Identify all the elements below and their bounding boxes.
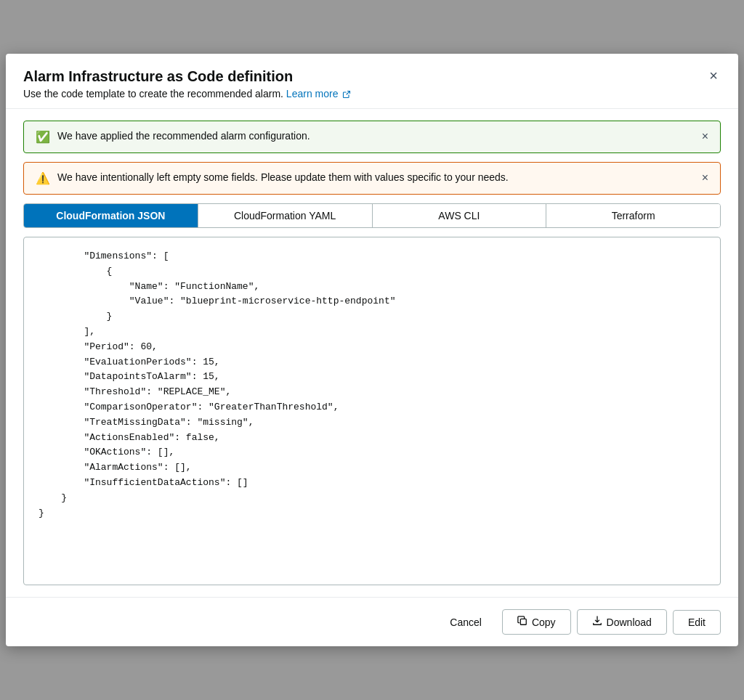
modal-footer: Cancel Copy Download Edit [6, 597, 738, 646]
warning-icon: ⚠️ [36, 171, 50, 185]
success-alert-text: We have applied the recommended alarm co… [57, 130, 310, 142]
tab-cloudformation-yaml[interactable]: CloudFormation YAML [198, 204, 373, 227]
warning-alert: ⚠️ We have intentionally left empty some… [23, 162, 721, 195]
cancel-button[interactable]: Cancel [435, 611, 496, 634]
warning-alert-text: We have intentionally left empty some fi… [57, 171, 509, 183]
download-icon [592, 616, 602, 628]
success-alert-content: ✅ We have applied the recommended alarm … [36, 130, 310, 144]
copy-label: Copy [532, 616, 556, 628]
modal-title: Alarm Infrastructure as Code definition [23, 68, 351, 85]
download-label: Download [607, 616, 652, 628]
modal-close-button[interactable]: × [706, 68, 721, 83]
external-link-icon [342, 90, 351, 99]
success-icon: ✅ [36, 130, 50, 144]
modal-header-content: Alarm Infrastructure as Code definition … [23, 68, 351, 99]
edit-button[interactable]: Edit [673, 610, 721, 635]
learn-more-link[interactable]: Learn more [286, 88, 351, 99]
tab-terraform[interactable]: Terraform [546, 204, 720, 227]
success-alert-close-button[interactable]: × [702, 130, 708, 143]
svg-rect-0 [520, 619, 526, 624]
copy-icon [517, 616, 527, 628]
success-alert: ✅ We have applied the recommended alarm … [23, 121, 721, 153]
copy-button[interactable]: Copy [502, 609, 571, 635]
tab-cloudformation-json[interactable]: CloudFormation JSON [24, 204, 198, 227]
format-tabs: CloudFormation JSON CloudFormation YAML … [23, 203, 721, 228]
warning-alert-close-button[interactable]: × [702, 171, 708, 184]
modal-subtitle: Use the code template to create the reco… [23, 88, 351, 99]
modal-subtitle-text: Use the code template to create the reco… [23, 88, 283, 99]
alarm-iac-modal: Alarm Infrastructure as Code definition … [6, 54, 738, 646]
code-block: "Dimensions": [ { "Name": "FunctionName"… [24, 237, 720, 532]
modal-header: Alarm Infrastructure as Code definition … [6, 54, 738, 109]
download-button[interactable]: Download [577, 609, 667, 635]
code-container: "Dimensions": [ { "Name": "FunctionName"… [23, 237, 721, 585]
warning-alert-content: ⚠️ We have intentionally left empty some… [36, 171, 509, 185]
tab-aws-cli[interactable]: AWS CLI [373, 204, 547, 227]
modal-body: ✅ We have applied the recommended alarm … [6, 109, 738, 597]
